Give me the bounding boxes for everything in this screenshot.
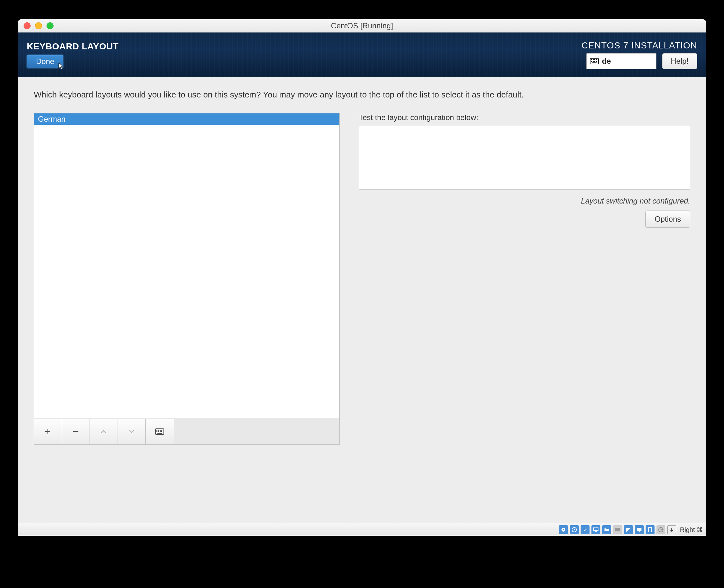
svg-rect-1 [591,59,592,60]
move-up-button[interactable] [90,419,118,444]
help-button[interactable]: Help! [662,53,697,69]
options-button-label: Options [655,215,681,223]
titlebar: CentOS [Running] [18,19,706,33]
sb-hostkey-icon[interactable] [667,525,676,534]
keyboard-layout-indicator[interactable]: de [586,53,657,69]
zoom-window-button[interactable] [46,22,54,29]
svg-rect-8 [596,61,597,62]
svg-rect-30 [648,527,651,532]
sb-network-icon[interactable] [592,525,600,534]
layout-list[interactable]: German [34,113,340,419]
sb-mouse-integration-icon[interactable] [657,525,665,534]
switch-note: Layout switching not configured. [359,196,690,206]
window-controls [24,22,54,29]
svg-rect-6 [593,61,594,62]
done-button-label: Done [36,57,54,66]
preview-layout-button[interactable] [146,419,174,444]
svg-rect-16 [157,431,158,432]
plus-icon [44,428,51,436]
svg-rect-31 [649,527,651,528]
sb-display2-icon[interactable] [635,525,644,534]
remove-layout-button[interactable] [62,419,90,444]
svg-rect-3 [594,59,595,60]
minus-icon [72,428,80,436]
svg-rect-4 [596,59,597,60]
svg-rect-28 [637,528,641,531]
page-title: KEYBOARD LAYOUT [27,41,119,51]
layout-toolbar [34,419,174,444]
svg-rect-12 [157,430,158,430]
svg-rect-17 [158,431,159,432]
svg-rect-27 [615,528,620,531]
svg-rect-15 [161,430,162,430]
done-button[interactable]: Done [27,55,63,68]
svg-rect-13 [158,430,159,430]
layout-code: de [602,57,611,66]
svg-rect-18 [160,431,161,432]
vm-window: CentOS [Running] KEYBOARD LAYOUT Done CE… [18,19,706,536]
sb-clipboard-icon[interactable] [646,525,655,534]
help-button-label: Help! [671,57,689,65]
svg-rect-26 [595,531,597,532]
move-down-button[interactable] [118,419,146,444]
svg-rect-7 [594,61,595,62]
svg-point-22 [563,529,564,530]
svg-rect-19 [161,431,162,432]
add-layout-button[interactable] [34,419,62,444]
svg-rect-25 [594,528,598,531]
keyboard-icon [590,58,599,64]
layout-item-german[interactable]: German [34,113,339,125]
sb-optical-icon[interactable] [570,525,579,534]
minimize-window-button[interactable] [35,22,42,29]
prompt-text: Which keyboard layouts would you like to… [34,90,690,100]
options-button[interactable]: Options [645,211,690,228]
sb-recording-icon[interactable] [624,525,633,534]
svg-rect-5 [591,61,592,62]
chevron-down-icon [128,428,136,436]
chevron-up-icon [100,428,107,436]
vm-statusbar: Right ⌘ [18,523,706,536]
test-label: Test the layout configuration below: [359,113,690,122]
svg-rect-14 [160,430,161,430]
installer-title: CENTOS 7 INSTALLATION [582,40,697,51]
content-area: Which keyboard layouts would you like to… [18,77,706,523]
svg-rect-9 [592,62,597,63]
svg-rect-29 [639,531,640,532]
keyboard-icon [155,428,164,435]
sb-shared-folder-icon[interactable] [602,525,611,534]
window-title: CentOS [Running] [18,21,706,30]
svg-rect-2 [593,59,594,60]
sb-usb-icon[interactable] [581,525,589,534]
svg-point-24 [574,529,575,530]
svg-rect-20 [158,433,162,434]
test-input[interactable] [359,126,690,190]
sb-display-icon[interactable] [613,525,622,534]
svg-rect-10 [73,431,78,432]
close-window-button[interactable] [24,22,30,29]
header-band: KEYBOARD LAYOUT Done CENTOS 7 INSTALLATI… [18,33,706,77]
host-key-label: Right ⌘ [680,526,703,533]
cursor-icon [58,62,64,70]
sb-hdd-icon[interactable] [559,525,568,534]
